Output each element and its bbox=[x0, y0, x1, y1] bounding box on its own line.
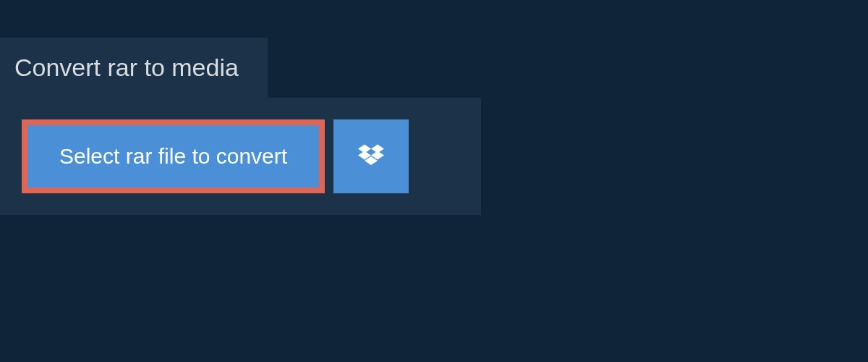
select-file-button[interactable]: Select rar file to convert bbox=[22, 119, 325, 193]
action-panel: Select rar file to convert bbox=[0, 98, 481, 215]
page-title: Convert rar to media bbox=[14, 54, 239, 82]
header-tab: Convert rar to media bbox=[0, 38, 268, 98]
dropbox-button[interactable] bbox=[333, 119, 409, 193]
dropbox-icon bbox=[358, 144, 384, 169]
select-file-label: Select rar file to convert bbox=[59, 144, 287, 169]
